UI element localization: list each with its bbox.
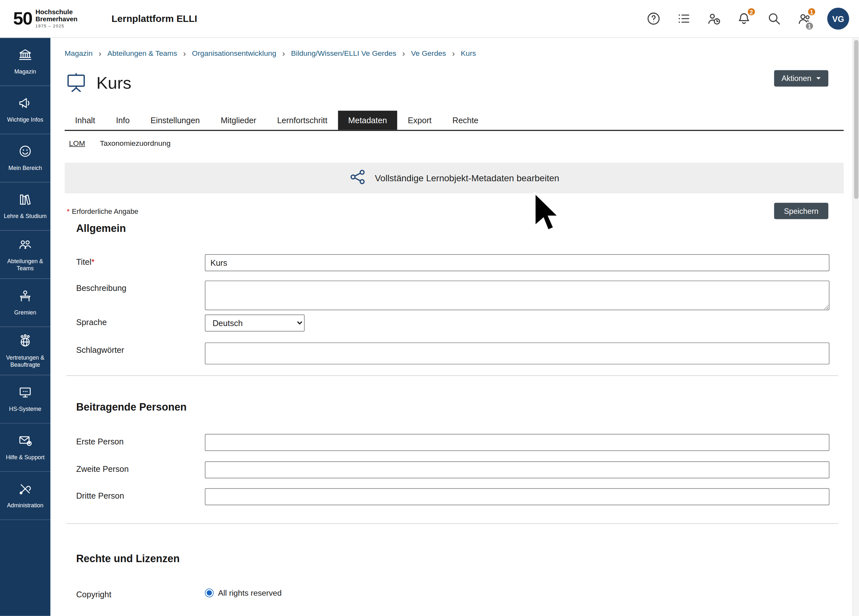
chevron-right-icon: › bbox=[282, 49, 285, 58]
metadata-network-icon bbox=[349, 168, 367, 188]
globe-people-icon bbox=[18, 333, 32, 350]
lectern-icon bbox=[18, 289, 32, 305]
copyright-label: Copyright bbox=[76, 587, 205, 599]
tab-mitglieder[interactable]: Mitglieder bbox=[210, 111, 267, 130]
required-hint: *Erforderliche Angabe bbox=[67, 207, 138, 215]
schlagwoerter-input[interactable] bbox=[205, 342, 829, 364]
section-divider bbox=[66, 524, 839, 524]
header-icon-bar: 2 1 1 bbox=[647, 8, 849, 30]
zweite-person-label: Zweite Person bbox=[76, 461, 205, 474]
titel-required-star: * bbox=[91, 257, 94, 266]
breadcrumb-item-bildung-wissen[interactable]: Bildung/Wissen/ELLI Ve Gerdes bbox=[291, 49, 396, 58]
edit-full-metadata-banner[interactable]: Vollständige Lernobjekt-Metadaten bearbe… bbox=[64, 163, 843, 194]
tools-icon bbox=[18, 482, 32, 498]
sidebar-item-administration[interactable]: Administration bbox=[0, 472, 50, 520]
search-icon[interactable] bbox=[767, 12, 781, 26]
smiley-icon bbox=[18, 144, 32, 161]
page-title: Kurs bbox=[97, 73, 131, 93]
top-header: 50 Hochschule Bremerhaven 1975 – 2025 Le… bbox=[0, 0, 859, 38]
tab-info[interactable]: Info bbox=[105, 111, 140, 130]
section-heading-beitragende: Beitragende Personen bbox=[76, 401, 843, 413]
breadcrumb-item-ve-gerdes[interactable]: Ve Gerdes bbox=[411, 49, 446, 58]
chevron-down-icon bbox=[817, 77, 821, 82]
sidebar-item-label: Wichtige Infos bbox=[7, 116, 43, 124]
help-icon[interactable] bbox=[647, 12, 661, 26]
user-clock-icon[interactable] bbox=[707, 12, 721, 26]
copyright-all-rights-radio[interactable] bbox=[205, 589, 214, 597]
bell-icon[interactable]: 2 bbox=[737, 12, 751, 26]
beschreibung-textarea[interactable] bbox=[205, 281, 829, 310]
titel-input[interactable] bbox=[205, 254, 829, 271]
tab-export[interactable]: Export bbox=[398, 111, 442, 130]
tab-inhalt[interactable]: Inhalt bbox=[64, 111, 105, 130]
course-board-icon bbox=[64, 72, 87, 95]
sidebar-item-label: Abteilungen & Teams bbox=[2, 257, 49, 272]
save-button[interactable]: Speichern bbox=[774, 203, 828, 219]
required-star: * bbox=[67, 207, 70, 215]
contacts-icon[interactable]: 1 1 bbox=[797, 12, 811, 26]
sidebar-item-label: Administration bbox=[7, 502, 44, 509]
sidebar-item-abteilungen-teams[interactable]: Abteilungen & Teams bbox=[0, 231, 50, 279]
hochschule-bremerhaven-logo[interactable]: 50 Hochschule Bremerhaven 1975 – 2025 bbox=[13, 8, 78, 29]
dritte-person-input[interactable] bbox=[205, 488, 829, 505]
scrollbar[interactable] bbox=[853, 38, 859, 616]
breadcrumb-item-magazin[interactable]: Magazin bbox=[64, 49, 92, 58]
app-title: Lernplattform ELLI bbox=[112, 13, 197, 25]
beschreibung-label: Beschreibung bbox=[76, 281, 205, 292]
sidebar-item-label: Vertretungen & Beauftragte bbox=[2, 354, 49, 368]
tab-metadaten[interactable]: Metadaten bbox=[338, 111, 398, 130]
tab-einstellungen[interactable]: Einstellungen bbox=[140, 111, 210, 130]
subtab-bar: LOM Taxonomiezuordnung bbox=[64, 139, 843, 147]
sidebar-item-label: HS-Systeme bbox=[9, 406, 41, 413]
megaphone-icon bbox=[18, 96, 32, 113]
breadcrumb: Magazin › Abteilungen & Teams › Organisa… bbox=[64, 49, 843, 58]
zweite-person-input[interactable] bbox=[205, 461, 829, 478]
main-sidebar: Magazin Wichtige Infos Mein Bereich Lehr… bbox=[0, 38, 50, 616]
people-group-icon bbox=[18, 237, 32, 253]
section-heading-allgemein: Allgemein bbox=[76, 222, 843, 235]
logo-name-line2: Bremerhaven bbox=[36, 16, 77, 23]
chevron-right-icon: › bbox=[452, 49, 454, 58]
actions-button[interactable]: Aktionen bbox=[774, 70, 828, 86]
sidebar-item-lehre-studium[interactable]: Lehre & Studium bbox=[0, 183, 50, 231]
sidebar-item-hs-systeme[interactable]: HS-Systeme bbox=[0, 375, 50, 424]
sprache-select[interactable]: Deutsch bbox=[205, 314, 305, 331]
notification-badge: 2 bbox=[747, 7, 756, 16]
user-avatar[interactable]: VG bbox=[827, 8, 849, 30]
logo-text: Hochschule Bremerhaven 1975 – 2025 bbox=[36, 9, 77, 28]
tab-bar: Inhalt Info Einstellungen Mitglieder Ler… bbox=[64, 111, 843, 131]
sidebar-item-label: Mein Bereich bbox=[8, 164, 42, 172]
banner-label: Vollständige Lernobjekt-Metadaten bearbe… bbox=[375, 173, 559, 183]
scrollbar-thumb[interactable] bbox=[854, 40, 859, 199]
sidebar-item-label: Gremien bbox=[14, 309, 36, 316]
tab-rechte[interactable]: Rechte bbox=[442, 111, 489, 130]
tab-lernfortschritt[interactable]: Lernfortschritt bbox=[267, 111, 337, 130]
erste-person-input[interactable] bbox=[205, 434, 829, 451]
subtab-lom[interactable]: LOM bbox=[69, 139, 85, 147]
sidebar-item-mein-bereich[interactable]: Mein Bereich bbox=[0, 134, 50, 183]
schlagwoerter-label: Schlagwörter bbox=[76, 342, 205, 355]
chevron-right-icon: › bbox=[402, 49, 405, 58]
sidebar-item-magazin[interactable]: Magazin bbox=[0, 38, 50, 86]
section-divider bbox=[66, 375, 839, 376]
contact-badge: 1 bbox=[807, 7, 817, 16]
breadcrumb-item-abteilungen[interactable]: Abteilungen & Teams bbox=[108, 49, 177, 58]
todo-list-icon[interactable] bbox=[676, 12, 691, 26]
logo-50-number: 50 bbox=[13, 8, 32, 29]
breadcrumb-item-organisationsentwicklung[interactable]: Organisationsentwicklung bbox=[192, 49, 276, 58]
section-heading-rechte: Rechte und Lizenzen bbox=[76, 553, 843, 565]
sidebar-item-gremien[interactable]: Gremien bbox=[0, 279, 50, 327]
contact-badge-secondary: 1 bbox=[805, 21, 814, 31]
breadcrumb-item-kurs[interactable]: Kurs bbox=[461, 49, 476, 58]
mail-question-icon bbox=[18, 434, 32, 450]
sidebar-item-label: Magazin bbox=[14, 68, 36, 75]
sidebar-item-hilfe-support[interactable]: Hilfe & Support bbox=[0, 424, 50, 472]
sidebar-item-wichtige-infos[interactable]: Wichtige Infos bbox=[0, 86, 50, 134]
sidebar-item-label: Lehre & Studium bbox=[4, 213, 47, 220]
titel-label: Titel* bbox=[76, 254, 205, 266]
subtab-taxonomiezuordnung[interactable]: Taxonomiezuordnung bbox=[100, 139, 170, 147]
bank-icon bbox=[18, 48, 32, 64]
sidebar-item-vertretungen[interactable]: Vertretungen & Beauftragte bbox=[0, 327, 50, 375]
dritte-person-label: Dritte Person bbox=[76, 488, 205, 500]
sidebar-item-label: Hilfe & Support bbox=[6, 454, 44, 461]
